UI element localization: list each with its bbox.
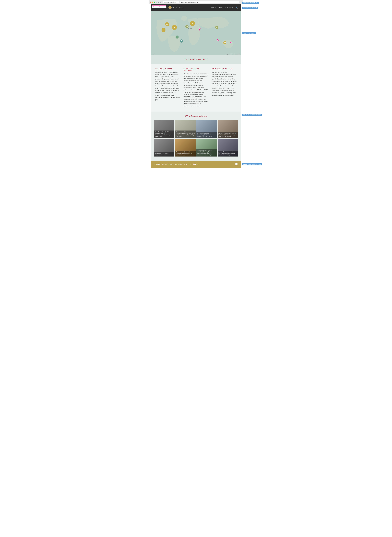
instagram-post-7[interactable]: Handcrafted bicycles, made in Yorkshire.…: [196, 139, 217, 157]
instagram-caption-8: @demon_frameworks and their great lugs. …: [218, 151, 238, 157]
feature-grow: HELP US GROW THIS LIST! Our goal is to c…: [212, 68, 237, 107]
instagram-caption-3: Today @waterfordbikes from Wisconsin 🚲 #…: [196, 132, 217, 138]
site-wrapper: Skip to main content THE FRAME 🚲 BUILDER…: [151, 5, 241, 168]
feature-quality-title: QUALITY AND CRAFT: [155, 68, 180, 70]
footer-wrapper: © 2018 THE FRAMEBUILDERS | ALL RIGHTS RE…: [151, 161, 241, 168]
minimize-dot[interactable]: [152, 1, 153, 3]
instagram-grid: This is framebuilder @pedalinobikes from…: [154, 120, 238, 157]
feature-database: LOCAL AND GLOBAL DATABASE This map was c…: [184, 68, 209, 107]
svg-rect-9: [235, 163, 238, 165]
instagram-wrapper: #TheFramebuilders This is framebuilder @…: [151, 112, 241, 161]
refresh-button[interactable]: ↻: [159, 1, 162, 3]
feature-database-text: This map was created to not only allow t…: [184, 73, 209, 107]
nav-about[interactable]: ABOUT: [211, 7, 217, 9]
instagram-icon[interactable]: [235, 163, 238, 166]
browser-navigation: ‹ › ↻: [156, 1, 162, 3]
tab-title: TheFramebuilders: [166, 1, 176, 3]
feature-quality: QUALITY AND CRAFT Many people believe th…: [155, 68, 180, 107]
world-map[interactable]: 66 39 68 56 10 12 2 7 10 Italy Libya: [151, 11, 241, 55]
footer-text: © 2018 THE FRAMEBUILDERS | ALL RIGHTS RE…: [154, 164, 199, 165]
nav-list[interactable]: LIST: [219, 7, 223, 9]
instagram-caption-2: Custom frame builder @bilenkycycleworks …: [175, 130, 196, 138]
instagram-post-2[interactable]: Custom frame builder @bilenkycycleworks …: [175, 120, 196, 138]
terms-of-use-link[interactable]: Terms of Use: [234, 53, 240, 55]
instagram-section: #TheFramebuilders This is framebuilder @…: [151, 112, 241, 161]
feature-quality-text: Many people believe the only way to find…: [155, 71, 180, 101]
instagram-post-5[interactable]: @gallusdude from Denver CA, #theframebui…: [154, 139, 174, 157]
svg-point-4: [199, 28, 200, 29]
view-country-link[interactable]: VIEW AS COUNTRY LIST: [185, 58, 208, 60]
cluster-europe-66[interactable]: 66: [190, 21, 195, 26]
logo-text-post: BUILDERS: [173, 7, 184, 9]
map-data-text: Map data ©2018: [226, 53, 233, 55]
instagram-post-1[interactable]: This is framebuilder @pedalinobikes from…: [154, 120, 174, 138]
feature-database-title: LOCAL AND GLOBAL DATABASE: [184, 68, 209, 71]
svg-point-6: [217, 40, 218, 41]
instagram-post-8[interactable]: @demon_frameworks and their great lugs. …: [218, 139, 238, 157]
arrow-annotation: →: [152, 14, 154, 16]
nav-contact[interactable]: CONTACT: [225, 7, 233, 9]
footer-annotation: <footer role="contentinfo">: [242, 163, 262, 165]
cluster-central-us-68[interactable]: 68: [172, 25, 177, 30]
svg-point-8: [231, 42, 232, 43]
map-pin-nz[interactable]: [230, 41, 233, 45]
instagram-title: #TheFramebuilders: [154, 115, 238, 118]
instagram-caption-4: @tomii cycles from Austin, Texas 🚲 #thef…: [218, 132, 238, 138]
instagram-caption-1: This is framebuilder @pedalinobikes from…: [154, 130, 174, 138]
map-google-label: Google: [152, 53, 155, 55]
browser-chrome: ‹ › ↻ 🚲 TheFramebuilders ✕ ⋮: [149, 0, 243, 5]
header-annotation: <header role="banner">: [242, 7, 258, 9]
map-pin-australia[interactable]: [216, 39, 219, 43]
instagram-post-6[interactable]: From Australia! @devlincustomcycles #the…: [175, 139, 196, 157]
svg-point-11: [237, 163, 237, 164]
cluster-italy-10[interactable]: 10: [185, 25, 188, 28]
tab-close-icon[interactable]: ✕: [177, 1, 178, 3]
main-navigation: ABOUT LIST CONTACT 🔍: [211, 7, 238, 9]
view-country-section: VIEW AS COUNTRY LIST: [151, 55, 241, 64]
map-data-label: Map data ©2018 Terms of Use: [226, 53, 240, 55]
svg-point-10: [236, 163, 237, 165]
address-bar[interactable]: [180, 1, 239, 3]
map-pin-europe[interactable]: [198, 28, 201, 31]
instagram-caption-6: From Australia! @devlincustomcycles #the…: [175, 151, 196, 157]
instagram-caption-5: @gallusdude from Denver CA, #theframebui…: [154, 152, 174, 157]
instagram-post-4[interactable]: @tomii cycles from Austin, Texas 🚲 #thef…: [218, 120, 238, 138]
feature-grow-title: HELP US GROW THIS LIST!: [212, 68, 237, 70]
skip-to-main-link[interactable]: Skip to main content: [152, 5, 166, 8]
tab-favicon: 🚲: [164, 1, 166, 3]
forward-button[interactable]: ›: [158, 1, 159, 3]
cluster-sa-south-7[interactable]: 7: [180, 39, 183, 43]
instagram-caption-7: Handcrafted bicycles, made in Yorkshire.…: [196, 149, 217, 157]
browser-tab[interactable]: 🚲 TheFramebuilders ✕: [163, 1, 179, 3]
main-annotation: <main role="main">: [242, 32, 256, 34]
nav-annotation: <nav role="navigation">: [242, 2, 259, 4]
cluster-asia-12[interactable]: 12: [215, 26, 218, 29]
features-section: QUALITY AND CRAFT Many people believe th…: [151, 64, 241, 112]
feature-grow-text: Our goal is to compile a comprehensive d…: [212, 71, 237, 96]
search-icon[interactable]: 🔍: [236, 7, 238, 9]
back-button[interactable]: ‹: [156, 1, 157, 3]
map-svg: [151, 11, 241, 55]
cluster-aus-10[interactable]: 10: [223, 41, 226, 44]
browser-dots: [150, 1, 155, 3]
maximize-dot[interactable]: [154, 1, 155, 3]
browser-menu-icon[interactable]: ⋮: [240, 1, 242, 3]
aside-annotation: <aside role="complementary">: [242, 114, 262, 116]
italy-libya-label: Italy Libya: [188, 28, 192, 29]
logo-icon: 🚲: [168, 6, 172, 9]
site-footer: © 2018 THE FRAMEBUILDERS | ALL RIGHTS RE…: [151, 161, 241, 168]
cluster-west-us-56[interactable]: 56: [162, 28, 165, 32]
cluster-sa-2[interactable]: 2: [176, 35, 179, 38]
instagram-post-3[interactable]: Today @waterfordbikes from Wisconsin 🚲 #…: [196, 120, 217, 138]
map-container: 66 39 68 56 10 12 2 7 10 Italy Libya: [151, 11, 241, 55]
close-dot[interactable]: [150, 1, 151, 3]
cluster-ne-us-39[interactable]: 39: [165, 22, 169, 26]
